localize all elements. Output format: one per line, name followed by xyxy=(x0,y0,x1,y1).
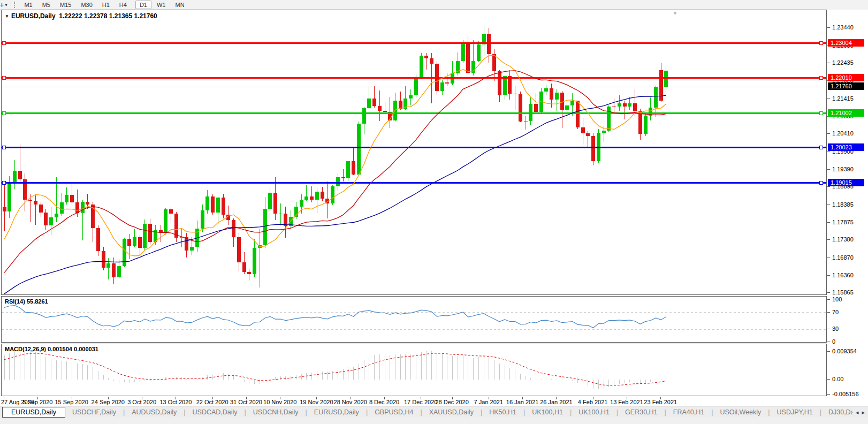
date-label: 22 Oct 2020 xyxy=(196,399,229,405)
macd-pane[interactable]: MACD(12,26,9) 0.001504 0.000031 xyxy=(1,344,827,396)
rsi-axis-label: 0 xyxy=(832,338,835,345)
price-axis-tick xyxy=(827,186,830,187)
price-axis-label: 1.20410 xyxy=(832,130,854,137)
date-label: 28 Dec 2020 xyxy=(435,399,468,405)
toolbar-grip[interactable] xyxy=(14,2,17,8)
time-axis[interactable]: 27 Aug 20205 Sep 202015 Sep 202024 Sep 2… xyxy=(0,397,868,406)
date-label: 4 Feb 2021 xyxy=(578,399,608,405)
timeframe-button-mn[interactable]: MN xyxy=(171,1,188,9)
date-label: 31 Oct 2020 xyxy=(230,399,262,405)
rsi-pane[interactable]: RSI(14) 55.8261 xyxy=(1,296,827,343)
chart-tab-usdchf-daily[interactable]: USDCHF,Daily xyxy=(65,407,123,417)
date-label: 19 Nov 2020 xyxy=(300,399,333,405)
main-chart-pane[interactable]: ▼EURUSD,Daily 1.22222 1.22378 1.21365 1.… xyxy=(1,10,827,295)
price-axis-label: 1.18385 xyxy=(832,201,854,208)
candlestick-plot[interactable] xyxy=(2,10,826,294)
tabs-scroll-right-icon[interactable]: ▸ xyxy=(862,409,865,416)
timeframe-button-m5[interactable]: M5 xyxy=(38,1,55,9)
price-axis-tick xyxy=(827,99,830,99)
price-axis-label: 1.17380 xyxy=(832,236,854,243)
toolbar-separator xyxy=(11,1,11,9)
price-axis-label: 1.19390 xyxy=(832,166,854,172)
price-level-label: 1.20023 xyxy=(828,143,864,151)
price-axis-tick xyxy=(827,222,830,223)
chart-tab-gbpusd-h4[interactable]: GBPUSD,H4 xyxy=(368,407,420,417)
timeframe-button-w1[interactable]: W1 xyxy=(153,1,170,9)
date-label: 13 Oct 2020 xyxy=(159,399,192,405)
timeframe-buttons: M1M5M15M30H1H4D1W1MN xyxy=(19,2,192,8)
date-label: 5 Sep 2020 xyxy=(22,399,52,405)
chart-tab-fra40-h1[interactable]: FRA40,H1 xyxy=(666,407,711,417)
rsi-axis-tick xyxy=(827,312,830,313)
price-level-label: 1.19015 xyxy=(828,179,864,186)
date-label: 7 Jan 2021 xyxy=(474,399,503,405)
chart-tab-uk100-h1[interactable]: UK100,H1 xyxy=(572,407,616,417)
price-axis-tick xyxy=(827,239,830,240)
price-axis-tick xyxy=(827,169,830,170)
date-label: 10 Nov 2020 xyxy=(263,399,296,405)
chart-tab-usoil-weekly[interactable]: USOil,Weekly xyxy=(713,407,768,417)
price-axis-label: 1.21415 xyxy=(832,95,854,102)
chart-tab-eurusd-daily[interactable]: EURUSD,Daily xyxy=(307,407,366,417)
timeframe-button-d1[interactable]: D1 xyxy=(135,1,151,9)
timeframe-button-h1[interactable]: H1 xyxy=(98,1,114,9)
tabs-scroll-left-icon[interactable]: ◂ xyxy=(856,409,859,416)
timeframe-button-m1[interactable]: M1 xyxy=(20,1,36,9)
date-label: 13 Feb 2021 xyxy=(610,399,643,405)
chart-shift-marker-icon[interactable]: ▼ xyxy=(673,11,677,16)
macd-axis-label: 0.009354 xyxy=(832,348,857,354)
price-axis-label: 1.16870 xyxy=(832,254,854,261)
price-axis-label: 1.23440 xyxy=(832,24,854,31)
chart-symbol-period: EURUSD,Daily xyxy=(11,12,56,20)
rsi-axis-label: 70 xyxy=(832,309,839,315)
mt4-chart-window: ✛ ▾ M1M5M15M30H1H4D1W1MN ▼EURUSD,Daily 1… xyxy=(0,0,868,424)
chart-tab-eurusd-daily[interactable]: EURUSD,Daily xyxy=(2,407,65,418)
price-axis-label: 1.17875 xyxy=(832,219,854,225)
timeframe-toolbar: ✛ ▾ M1M5M15M30H1H4D1W1MN xyxy=(0,0,868,10)
chart-tab-dj30-daily[interactable]: DJ30,Daily xyxy=(821,407,852,417)
rsi-axis-tick xyxy=(827,342,830,342)
price-axis-tick xyxy=(827,275,830,276)
rsi-plot[interactable] xyxy=(2,297,826,342)
chart-tab-usdcnh-daily[interactable]: USDCNH,Daily xyxy=(246,407,306,417)
chart-tab-uk100-h1[interactable]: UK100,H1 xyxy=(525,407,570,417)
chart-tab-usdcad-daily[interactable]: USDCAD,Daily xyxy=(186,407,245,417)
chart-title: ▼EURUSD,Daily 1.22222 1.22378 1.21365 1.… xyxy=(5,12,157,20)
timeframe-button-m30[interactable]: M30 xyxy=(77,1,96,9)
price-axis-tick xyxy=(827,292,830,293)
macd-axis-tick xyxy=(827,351,830,352)
price-axis-tick xyxy=(827,258,830,258)
date-label: 17 Dec 2020 xyxy=(404,399,437,405)
price-level-label: 1.23004 xyxy=(828,39,864,47)
date-label: 24 Sep 2020 xyxy=(92,399,125,405)
price-axis-tick xyxy=(827,205,830,205)
price-axis-label: 1.22435 xyxy=(832,59,854,66)
price-level-label: 1.22010 xyxy=(828,74,864,81)
chart-tab-bar: EURUSD,DailyUSDCHF,Daily|AUDUSD,Daily|US… xyxy=(0,406,868,418)
macd-axis-label: 0.00 xyxy=(832,376,843,382)
chart-tab-xauusd-daily[interactable]: XAUUSD,Daily xyxy=(422,407,481,417)
date-label: 15 Sep 2020 xyxy=(55,399,88,405)
current-price-label: 1.21760 xyxy=(828,82,864,90)
macd-plot[interactable] xyxy=(2,344,826,396)
price-axis-tick xyxy=(827,63,830,63)
status-strip xyxy=(0,418,868,424)
symbol-dropdown-icon[interactable]: ▼ xyxy=(5,14,9,19)
price-axis-label: 1.16360 xyxy=(832,272,854,278)
date-label: 16 Jan 2021 xyxy=(506,399,539,405)
price-axis-tick xyxy=(827,27,830,28)
rsi-axis-tick xyxy=(827,299,830,300)
rsi-axis-label: 100 xyxy=(832,296,842,302)
date-label: 8 Dec 2020 xyxy=(369,399,399,405)
price-axis[interactable]: 1.234401.229301.224351.219251.214151.209… xyxy=(827,10,868,397)
chart-tab-hk50-h1[interactable]: HK50,H1 xyxy=(482,407,523,417)
dropdown-arrow-icon[interactable]: ▾ xyxy=(4,3,9,7)
timeframe-button-m15[interactable]: M15 xyxy=(56,1,75,9)
timeframe-button-h4[interactable]: H4 xyxy=(115,1,131,9)
chart-tab-usdjpy-h1[interactable]: USDJPY,H1 xyxy=(770,407,820,417)
chart-tab-audusd-daily[interactable]: AUDUSD,Daily xyxy=(125,407,184,417)
date-label: 3 Oct 2020 xyxy=(127,399,156,405)
chart-tab-ger30-h1[interactable]: GER30,H1 xyxy=(618,407,664,417)
price-axis-tick xyxy=(827,133,830,134)
crosshair-tool-icon[interactable]: ✛ xyxy=(0,2,4,8)
